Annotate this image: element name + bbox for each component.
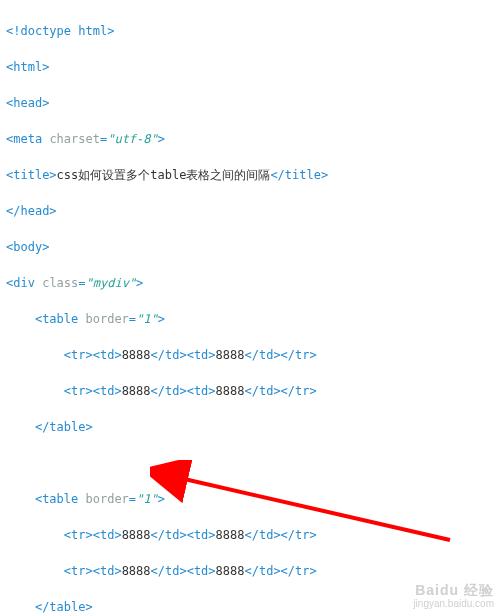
line: <tr><td>8888</td><td>8888</td></tr> bbox=[6, 526, 494, 544]
line: <table border="1"> bbox=[6, 310, 494, 328]
line: </table> bbox=[6, 418, 494, 436]
line: <body> bbox=[6, 238, 494, 256]
line: <html> bbox=[6, 58, 494, 76]
line: <tr><td>8888</td><td>8888</td></tr> bbox=[6, 562, 494, 580]
line: <head> bbox=[6, 94, 494, 112]
line: <title>css如何设置多个table表格之间的间隔</title> bbox=[6, 166, 494, 184]
line: <div class="mydiv"> bbox=[6, 274, 494, 292]
watermark: Baidu 经验 jingyan.baidu.com bbox=[413, 584, 494, 610]
line: <meta charset="utf-8"> bbox=[6, 130, 494, 148]
watermark-brand: Baidu 经验 bbox=[413, 584, 494, 597]
watermark-url: jingyan.baidu.com bbox=[413, 597, 494, 610]
code-block: <!doctype html> <html> <head> <meta char… bbox=[0, 0, 500, 616]
line: <tr><td>8888</td><td>8888</td></tr> bbox=[6, 346, 494, 364]
line: <tr><td>8888</td><td>8888</td></tr> bbox=[6, 382, 494, 400]
line: <!doctype html> bbox=[6, 22, 494, 40]
line: </head> bbox=[6, 202, 494, 220]
line: <table border="1"> bbox=[6, 490, 494, 508]
blank-line bbox=[6, 454, 494, 472]
